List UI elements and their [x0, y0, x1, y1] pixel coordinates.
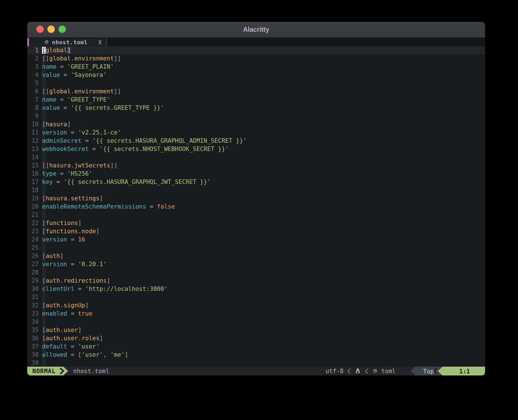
- code-line[interactable]: 17key = '{{ secrets.HASURA_GRAPHQL_JWT_S…: [27, 178, 485, 186]
- code-line[interactable]: 12adminSecret = '{{ secrets.HASURA_GRAPH…: [27, 137, 485, 145]
- code-line[interactable]: 6[[global.environment]]: [27, 87, 485, 96]
- line-number: 32: [27, 301, 39, 310]
- code-token: global: [49, 88, 71, 95]
- code-line[interactable]: 35[auth.user]: [27, 326, 485, 334]
- code-token: jwtSecrets: [74, 162, 110, 169]
- code-line[interactable]: 14: [27, 153, 485, 161]
- line-number: 27: [27, 260, 39, 268]
- tab-nhost-toml[interactable]: nhost.toml X: [27, 38, 107, 46]
- code-line[interactable]: 7name = 'GREET_TYPE': [27, 96, 485, 104]
- code-line[interactable]: 33enabled = true: [27, 310, 485, 318]
- mode-separator-arrow: [60, 367, 68, 375]
- code-line[interactable]: 16type = 'HS256': [27, 170, 485, 178]
- code-token: =: [82, 137, 92, 144]
- code-token: signUp: [64, 302, 85, 309]
- code-line[interactable]: 34: [27, 318, 485, 326]
- code-text: allowed = ['user', 'me']: [39, 351, 128, 359]
- code-line[interactable]: 2[[global.environment]]: [27, 54, 485, 63]
- close-button[interactable]: [36, 26, 44, 33]
- filetype-label: toml: [381, 368, 396, 375]
- code-token: 'Sayonara': [71, 72, 106, 78]
- code-text: webhookSecret = '{{ secrets.NHOST_WEBHOO…: [39, 145, 229, 153]
- code-line[interactable]: 13webhookSecret = '{{ secrets.NHOST_WEBH…: [27, 145, 485, 153]
- code-text: [39, 244, 42, 252]
- code-text: [functions.node]: [39, 227, 99, 236]
- code-line[interactable]: 30clientUrl = 'http://localhost:3000': [27, 285, 485, 293]
- code-token: auth: [46, 335, 60, 342]
- code-token: ]: [99, 195, 103, 202]
- code-token: 'me': [110, 351, 125, 358]
- code-line[interactable]: 5: [27, 79, 485, 87]
- line-number: 37: [27, 343, 39, 351]
- code-line[interactable]: 18: [27, 186, 485, 194]
- code-token: .: [71, 55, 74, 62]
- code-line[interactable]: 37default = 'user': [27, 343, 485, 351]
- code-text: [hasura]: [39, 120, 71, 129]
- statusline-endcap: Top 1:1: [411, 367, 485, 375]
- line-number: 21: [27, 211, 39, 219]
- code-token: =: [74, 285, 85, 292]
- line-number: 35: [27, 326, 39, 334]
- code-line[interactable]: 20enableRemoteSchemaPermissions = false: [27, 203, 485, 211]
- code-token: hasura: [46, 195, 67, 202]
- code-text: [39, 186, 42, 194]
- code-token: auth: [46, 327, 60, 333]
- code-token: clientUrl: [42, 285, 74, 292]
- code-line[interactable]: 29[auth.redirections]: [27, 277, 485, 285]
- code-text: [39, 153, 42, 161]
- code-line[interactable]: 22[functions]: [27, 219, 485, 227]
- statusline: NORMAL nhost.toml utf-8: [27, 367, 485, 375]
- line-number: 8: [27, 104, 39, 112]
- minimize-button[interactable]: [47, 26, 55, 33]
- code-token: [: [42, 302, 46, 309]
- code-line[interactable]: 11version = 'v2.25.1-ce': [27, 129, 485, 137]
- code-text: name = 'GREET_TYPE': [39, 96, 110, 104]
- code-token: enableRemoteSchemaPermissions: [42, 203, 146, 210]
- code-line[interactable]: 26[auth]: [27, 252, 485, 260]
- line-number: 15: [27, 161, 39, 170]
- code-token: ]: [78, 327, 82, 333]
- code-line[interactable]: 38allowed = ['user', 'me']: [27, 351, 485, 359]
- code-token: .: [60, 302, 64, 309]
- code-line[interactable]: 15[[hasura.jwtSecrets]]: [27, 161, 485, 170]
- code-line[interactable]: 9: [27, 112, 485, 120]
- line-number: 16: [27, 170, 39, 178]
- code-line[interactable]: 3name = 'GREET_PLAIN': [27, 63, 485, 71]
- code-token: [: [42, 121, 46, 128]
- code-line[interactable]: 32[auth.signUp]: [27, 301, 485, 310]
- line-number: 6: [27, 87, 39, 96]
- code-line[interactable]: 24version = 16: [27, 236, 485, 244]
- line-number: 38: [27, 351, 39, 359]
- code-line[interactable]: 31: [27, 293, 485, 301]
- code-line[interactable]: 25: [27, 244, 485, 252]
- code-line[interactable]: 4value = 'Sayonara': [27, 71, 485, 79]
- code-line[interactable]: 21: [27, 211, 485, 219]
- line-number: 24: [27, 236, 39, 244]
- code-token: [: [78, 351, 82, 358]
- code-text: enabled = true: [39, 310, 92, 318]
- code-token: name: [42, 96, 57, 103]
- tab-label: nhost.toml: [52, 39, 87, 46]
- code-line[interactable]: 8value = '{{ secrets.GREET_TYPE }}': [27, 104, 485, 112]
- code-line[interactable]: 1[global]: [27, 46, 485, 54]
- line-number: 17: [27, 178, 39, 186]
- zoom-button[interactable]: [59, 26, 66, 33]
- code-line[interactable]: 23[functions.node]: [27, 227, 485, 236]
- tabline: nhost.toml X: [27, 38, 485, 46]
- tab-close-button[interactable]: X: [98, 39, 101, 45]
- code-line[interactable]: 10[hasura]: [27, 120, 485, 129]
- editor-buffer[interactable]: 1[global]2[[global.environment]]3name = …: [27, 46, 485, 367]
- code-line[interactable]: 27version = '0.20.1': [27, 260, 485, 268]
- code-line[interactable]: 39: [27, 359, 485, 367]
- mode-indicator: NORMAL: [27, 367, 60, 375]
- code-token: roles: [82, 335, 99, 342]
- code-line[interactable]: 28: [27, 268, 485, 277]
- titlebar[interactable]: Alacritty: [27, 22, 485, 38]
- code-token: =: [146, 203, 157, 210]
- code-token: name: [42, 63, 57, 70]
- code-token: ]]: [114, 55, 121, 62]
- code-line[interactable]: 36[auth.user.roles]: [27, 334, 485, 343]
- code-token: =: [53, 178, 64, 185]
- line-number: 10: [27, 120, 39, 129]
- code-line[interactable]: 19[hasura.settings]: [27, 194, 485, 203]
